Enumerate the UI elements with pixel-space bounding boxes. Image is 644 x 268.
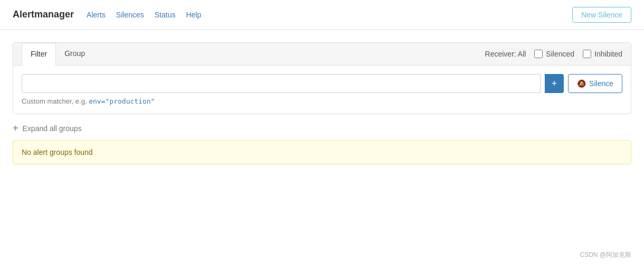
add-matcher-button[interactable]: + xyxy=(545,74,564,93)
nav-silences[interactable]: Silences xyxy=(116,11,144,19)
tab-group[interactable]: Group xyxy=(56,43,93,66)
tabs: Filter Group xyxy=(22,43,93,65)
silence-button-label: Silence xyxy=(589,79,613,88)
silenced-checkbox[interactable] xyxy=(534,50,543,58)
header-right: Receiver: All Silenced Inhibited xyxy=(485,50,622,58)
silenced-label[interactable]: Silenced xyxy=(546,50,574,58)
navbar: Alertmanager Alerts Silences Status Help… xyxy=(0,0,644,30)
inhibited-label[interactable]: Inhibited xyxy=(594,50,622,58)
custom-matcher-hint: Custom matcher, e.g. env="production" xyxy=(22,97,622,105)
main-content: Filter Group Receiver: All Silenced Inhi… xyxy=(0,30,644,164)
receiver-label: Receiver: All xyxy=(485,50,526,58)
navbar-brand: Alertmanager xyxy=(13,9,74,20)
silence-button[interactable]: 🔕 Silence xyxy=(568,74,622,93)
inhibited-checkbox-group: Inhibited xyxy=(583,50,622,58)
footer-text: CSDN @阿加克斯 xyxy=(580,251,631,258)
new-silence-button[interactable]: New Silence xyxy=(572,7,631,23)
navbar-links: Alerts Silences Status Help xyxy=(87,11,201,19)
card-body: + 🔕 Silence Custom matcher, e.g. env="pr… xyxy=(13,66,631,114)
no-groups-alert: No alert groups found xyxy=(13,140,631,164)
card-header: Filter Group Receiver: All Silenced Inhi… xyxy=(13,43,631,66)
custom-matcher-example: env="production" xyxy=(89,97,155,105)
nav-help[interactable]: Help xyxy=(186,11,201,19)
expand-all-icon: + xyxy=(13,123,18,134)
silence-icon: 🔕 xyxy=(577,79,586,88)
footer: CSDN @阿加克斯 xyxy=(580,251,631,260)
nav-status[interactable]: Status xyxy=(155,11,176,19)
navbar-left: Alertmanager Alerts Silences Status Help xyxy=(13,9,201,20)
filter-card: Filter Group Receiver: All Silenced Inhi… xyxy=(13,42,631,114)
custom-matcher-text: Custom matcher, e.g. xyxy=(22,97,87,105)
expand-all-groups[interactable]: + Expand all groups xyxy=(13,114,631,138)
expand-all-label: Expand all groups xyxy=(23,124,82,133)
nav-alerts[interactable]: Alerts xyxy=(87,11,106,19)
no-groups-message: No alert groups found xyxy=(22,148,93,156)
filter-input[interactable] xyxy=(22,74,541,93)
silenced-checkbox-group: Silenced xyxy=(534,50,574,58)
inhibited-checkbox[interactable] xyxy=(583,50,591,58)
filter-row: + 🔕 Silence xyxy=(22,74,622,93)
tab-filter[interactable]: Filter xyxy=(22,43,56,66)
